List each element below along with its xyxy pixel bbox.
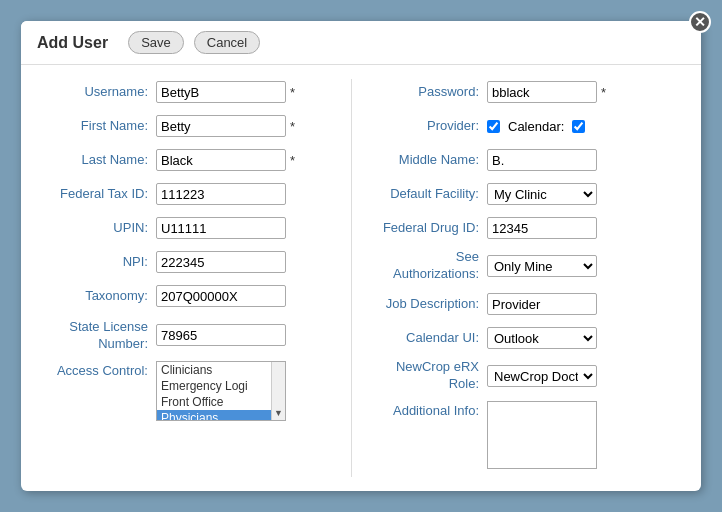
scroll-down-icon[interactable]: ▼ [272, 406, 285, 420]
calendar-label: Calendar: [508, 119, 564, 134]
seeauth-row: See Authorizations: Only Mine All [372, 249, 681, 283]
username-label: Username: [41, 84, 156, 101]
right-column: Password: * Provider: Calendar: Middle N… [351, 79, 681, 477]
taxonomy-label: Taxonomy: [41, 288, 156, 305]
provider-content: Calendar: [487, 119, 585, 134]
dialog-body: Username: * First Name: * Last Name: * F… [21, 65, 701, 491]
defaultfacility-label: Default Facility: [372, 186, 487, 203]
list-item[interactable]: Physicians [157, 410, 285, 421]
username-row: Username: * [41, 79, 331, 105]
taxonomy-input[interactable] [156, 285, 286, 307]
calendarui-row: Calendar UI: Outlook [372, 325, 681, 351]
additionalinfo-label: Additional Info: [372, 401, 487, 420]
close-button[interactable]: ✕ [689, 11, 711, 33]
lastname-input[interactable] [156, 149, 286, 171]
list-item[interactable]: Front Office [157, 394, 285, 410]
calendarui-select[interactable]: Outlook [487, 327, 597, 349]
password-input[interactable] [487, 81, 597, 103]
upin-row: UPIN: [41, 215, 331, 241]
jobdesc-label: Job Description: [372, 296, 487, 313]
fedtax-label: Federal Tax ID: [41, 186, 156, 203]
defaultfacility-select[interactable]: My Clinic [487, 183, 597, 205]
seeauth-label: See Authorizations: [372, 249, 487, 283]
password-label: Password: [372, 84, 487, 101]
save-button[interactable]: Save [128, 31, 184, 54]
middlename-input[interactable] [487, 149, 597, 171]
lastname-label: Last Name: [41, 152, 156, 169]
defaultfacility-row: Default Facility: My Clinic [372, 181, 681, 207]
npi-input[interactable] [156, 251, 286, 273]
cancel-button[interactable]: Cancel [194, 31, 260, 54]
list-item[interactable]: Emergency Logi [157, 378, 285, 394]
left-column: Username: * First Name: * Last Name: * F… [41, 79, 351, 477]
npi-row: NPI: [41, 249, 331, 275]
feddrugid-input[interactable] [487, 217, 597, 239]
dialog-header: Add User Save Cancel [21, 21, 701, 65]
jobdesc-input[interactable] [487, 293, 597, 315]
jobdesc-row: Job Description: [372, 291, 681, 317]
provider-label: Provider: [372, 118, 487, 135]
close-icon: ✕ [694, 14, 706, 30]
upin-input[interactable] [156, 217, 286, 239]
taxonomy-row: Taxonomy: [41, 283, 331, 309]
fedtax-input[interactable] [156, 183, 286, 205]
provider-checkbox[interactable] [487, 120, 500, 133]
dialog-title: Add User [37, 34, 108, 52]
list-item[interactable]: Clinicians [157, 362, 285, 378]
newcroprole-row: NewCrop eRX Role: NewCrop Doctor [372, 359, 681, 393]
additionalinfo-textarea[interactable] [487, 401, 597, 469]
seeauth-select[interactable]: Only Mine All [487, 255, 597, 277]
lastname-row: Last Name: * [41, 147, 331, 173]
calendarui-label: Calendar UI: [372, 330, 487, 347]
password-required: * [601, 85, 606, 100]
npi-label: NPI: [41, 254, 156, 271]
provider-row: Provider: Calendar: [372, 113, 681, 139]
password-row: Password: * [372, 79, 681, 105]
newcroprole-select[interactable]: NewCrop Doctor [487, 365, 597, 387]
firstname-label: First Name: [41, 118, 156, 135]
firstname-row: First Name: * [41, 113, 331, 139]
statelicense-input[interactable] [156, 324, 286, 346]
username-required: * [290, 85, 295, 100]
firstname-required: * [290, 119, 295, 134]
add-user-dialog: ✕ Add User Save Cancel Username: * First… [21, 21, 701, 491]
fedtax-row: Federal Tax ID: [41, 181, 331, 207]
calendar-checkbox[interactable] [572, 120, 585, 133]
accesscontrol-row: Access Control: Clinicians Emergency Log… [41, 361, 331, 421]
upin-label: UPIN: [41, 220, 156, 237]
newcroprole-label: NewCrop eRX Role: [372, 359, 487, 393]
scrollbar[interactable]: ▼ [271, 362, 285, 420]
feddrugid-label: Federal Drug ID: [372, 220, 487, 237]
statelicense-label: State License Number: [41, 317, 156, 353]
access-control-listbox[interactable]: Clinicians Emergency Logi Front Office P… [156, 361, 286, 421]
statelicense-row: State License Number: [41, 317, 331, 353]
additionalinfo-row: Additional Info: [372, 401, 681, 469]
lastname-required: * [290, 153, 295, 168]
accesscontrol-label: Access Control: [41, 361, 156, 380]
feddrugid-row: Federal Drug ID: [372, 215, 681, 241]
username-input[interactable] [156, 81, 286, 103]
firstname-input[interactable] [156, 115, 286, 137]
middlename-label: Middle Name: [372, 152, 487, 169]
middlename-row: Middle Name: [372, 147, 681, 173]
